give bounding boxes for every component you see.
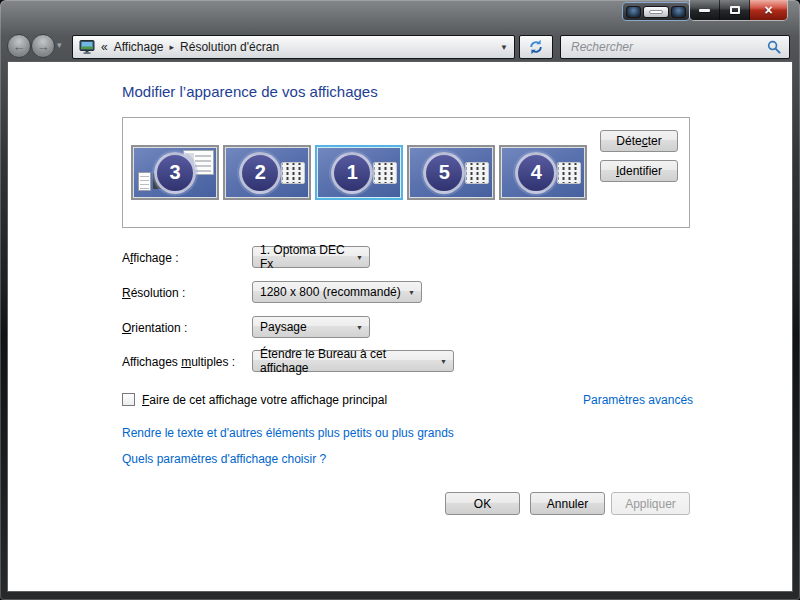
monitor-1-selected[interactable]: 1 xyxy=(315,145,403,200)
gadget-knob-left-button[interactable] xyxy=(626,6,641,18)
gadget-center-button[interactable] xyxy=(643,6,669,18)
display-label: Affichage : xyxy=(122,251,179,265)
display-combobox[interactable]: 1. Optoma DEC Fx ▼ xyxy=(252,246,370,268)
identify-button[interactable]: Identifier xyxy=(600,160,678,182)
apply-button[interactable]: Appliquer xyxy=(611,492,690,515)
monitor-number: 5 xyxy=(439,161,450,184)
chevron-down-icon: ▼ xyxy=(356,254,363,261)
monitor5-desktop-icons-thumb xyxy=(465,162,489,184)
monitor-4[interactable]: 4 xyxy=(499,145,587,200)
monitor-number-badge: 3 xyxy=(154,152,196,194)
gadget-toolbar xyxy=(622,2,690,21)
advanced-settings-link[interactable]: Paramètres avancés xyxy=(583,393,693,407)
caption-buttons: × xyxy=(689,0,788,21)
ok-button[interactable]: OK xyxy=(445,492,520,515)
breadcrumb-arrow-icon: ▸ xyxy=(170,42,175,52)
main-display-checkbox-label: Faire de cet affichage votre affichage p… xyxy=(142,393,387,407)
display-help-link[interactable]: Quels paramètres d'affichage choisir ? xyxy=(122,452,326,466)
monitor-number-badge: 2 xyxy=(239,152,281,194)
monitor-number-badge: 4 xyxy=(515,152,557,194)
search-input[interactable] xyxy=(569,39,767,55)
display-icon xyxy=(79,40,95,54)
display-combobox-value: 1. Optoma DEC Fx xyxy=(260,243,349,271)
chevron-down-icon: ▼ xyxy=(408,289,415,296)
multiple-displays-label: Affichages multiples : xyxy=(122,355,235,369)
monitor-3[interactable]: 3 xyxy=(131,145,219,200)
monitor-2[interactable]: 2 xyxy=(223,145,311,200)
detect-label-post: ter xyxy=(648,134,662,148)
monitor-number: 4 xyxy=(531,161,542,184)
screen-resolution-window: × ← → ▾ « Affichage ▸ Résolution d'écran… xyxy=(0,0,800,600)
monitor-number: 2 xyxy=(255,161,266,184)
monitor2-desktop-icons-thumb xyxy=(281,162,305,184)
orientation-label: Orientation : xyxy=(122,321,187,335)
address-bar[interactable]: « Affichage ▸ Résolution d'écran ▼ xyxy=(72,35,515,59)
monitor-number: 1 xyxy=(347,161,358,184)
orientation-combobox-value: Paysage xyxy=(260,320,307,334)
breadcrumb-overflow-chevrons[interactable]: « xyxy=(101,40,108,54)
chevron-down-icon: ▾ xyxy=(57,40,62,50)
close-icon: × xyxy=(764,3,772,17)
monitor-5[interactable]: 5 xyxy=(407,145,495,200)
resolution-label: Résolution : xyxy=(122,286,185,300)
detect-button[interactable]: Détecter xyxy=(600,130,678,152)
display-arrangement-panel: 3 2 1 5 4 Détecter Identifier xyxy=(122,117,690,228)
maximize-button[interactable] xyxy=(720,0,750,20)
main-display-checkbox[interactable] xyxy=(122,393,135,406)
recent-pages-dropdown[interactable]: ▾ xyxy=(57,40,62,50)
resolution-combobox[interactable]: 1280 x 800 (recommandé) ▼ xyxy=(252,281,422,303)
cancel-button[interactable]: Annuler xyxy=(530,492,605,515)
maximize-icon xyxy=(730,6,740,14)
text-size-link[interactable]: Rendre le texte et d'autres éléments plu… xyxy=(122,426,454,440)
gadget-slot-icon xyxy=(649,10,663,14)
address-dropdown-arrow-icon[interactable]: ▼ xyxy=(500,43,508,52)
monitor-number-badge: 1 xyxy=(331,152,373,194)
search-box xyxy=(560,35,790,59)
monitor1-desktop-icons-thumb xyxy=(373,162,397,184)
breadcrumb-item-current[interactable]: Résolution d'écran xyxy=(180,40,279,54)
orientation-combobox[interactable]: Paysage ▼ xyxy=(252,316,370,338)
refresh-button[interactable] xyxy=(519,35,553,59)
back-button[interactable]: ← xyxy=(7,34,31,58)
client-area: Modifier l’apparence de vos affichages 3… xyxy=(8,62,792,591)
forward-button[interactable]: → xyxy=(31,34,55,58)
page-title: Modifier l’apparence de vos affichages xyxy=(122,83,378,100)
monitor-number: 3 xyxy=(169,161,180,184)
gadget-knob-right-button[interactable] xyxy=(671,6,686,18)
minimize-button[interactable] xyxy=(690,0,720,20)
monitor3-document-thumb xyxy=(138,172,151,191)
chevron-down-icon: ▼ xyxy=(440,358,447,365)
refresh-icon xyxy=(528,39,544,55)
multiple-displays-combobox-value: Étendre le Bureau à cet affichage xyxy=(260,347,433,375)
identify-label-post: dentifier xyxy=(619,164,662,178)
monitor4-desktop-icons-thumb xyxy=(557,162,581,184)
close-button[interactable]: × xyxy=(750,0,787,20)
multiple-displays-combobox[interactable]: Étendre le Bureau à cet affichage ▼ xyxy=(252,350,454,372)
forward-arrow-icon: → xyxy=(37,39,50,54)
monitor-number-badge: 5 xyxy=(423,152,465,194)
resolution-combobox-value: 1280 x 800 (recommandé) xyxy=(260,285,401,299)
back-arrow-icon: ← xyxy=(13,39,26,54)
minimize-icon xyxy=(699,9,710,12)
chevron-down-icon: ▼ xyxy=(356,324,363,331)
search-icon[interactable] xyxy=(767,40,781,54)
breadcrumb-item-affichage[interactable]: Affichage xyxy=(114,40,164,54)
detect-label-pre: Déte xyxy=(616,134,641,148)
